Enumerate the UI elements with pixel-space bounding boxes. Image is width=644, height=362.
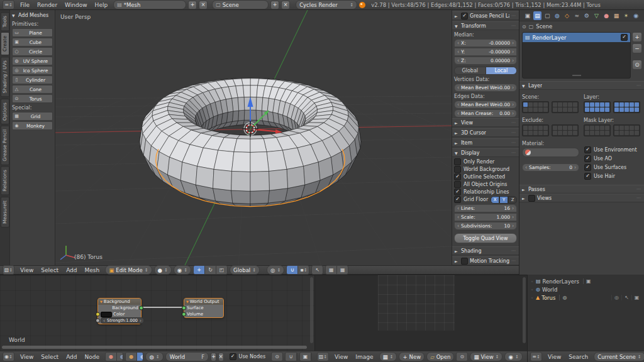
pin-id-button[interactable]: ⊙ — [632, 60, 642, 70]
samples-field[interactable]: ‹Samples:0› — [522, 163, 579, 172]
texture-tab-icon[interactable]: ▦ — [612, 11, 621, 20]
median-y-field[interactable]: ‹Y:-0.00000› — [454, 48, 517, 56]
disclosure-icon[interactable]: ◦ — [530, 279, 534, 284]
grid-axis-y-toggle[interactable]: Y — [499, 196, 508, 204]
shader-tree-toggle[interactable]: ● — [126, 353, 137, 361]
view-panel[interactable]: ►View⋯ — [452, 118, 519, 127]
snap-element-selector[interactable]: ▪↕ — [298, 266, 309, 274]
transform-orientation-selector[interactable]: Global ↕ — [230, 265, 260, 275]
transform-panel-header[interactable]: ▼ Transform ⋯ — [452, 21, 519, 30]
background-node[interactable]: ▼ Background Background Color ‹Strength:… — [97, 298, 142, 324]
menu-select[interactable]: Select — [37, 354, 62, 360]
object-tab-icon[interactable]: ◇ — [563, 11, 572, 20]
use-surfaces-checkbox[interactable]: ✓ — [584, 164, 591, 171]
add-meshes-panel-header[interactable]: ▼ Add Meshes — [12, 11, 53, 19]
node-header[interactable]: ▼ Background — [98, 299, 141, 305]
add-torus-button[interactable]: ⊙Torus — [12, 94, 53, 103]
group-node-button[interactable]: ▦ — [311, 353, 312, 361]
vertex-bevel-weight-field[interactable]: ‹Mean Bevel Weight:0.00› — [454, 84, 517, 92]
volume-input-socket[interactable] — [182, 312, 186, 317]
toolshelf-tab-grease-pencil[interactable]: Grease Pencil — [1, 126, 9, 165]
add-cone-button[interactable]: △Cone — [12, 85, 53, 94]
menu-render[interactable]: Render — [33, 2, 61, 8]
grid-scale-field[interactable]: ‹Scale:1.000› — [454, 213, 517, 221]
color-input-socket[interactable] — [96, 312, 100, 317]
visibility-toggle[interactable]: ◎ — [611, 295, 621, 300]
use-ao-checkbox[interactable]: ✓ — [584, 155, 591, 162]
world-tree-toggle[interactable]: ◍ — [137, 353, 143, 361]
pin-image-button[interactable]: ⊙ — [456, 352, 468, 361]
selectability-toggle[interactable]: ↖ — [621, 295, 631, 300]
image-editor-type-button[interactable]: ▨↕ — [317, 352, 329, 361]
slider-left-arrow[interactable]: ‹ — [457, 111, 460, 116]
use-hair-checkbox[interactable]: ✓ — [584, 173, 591, 180]
remove-render-layer-button[interactable]: − — [632, 43, 642, 53]
layer-grid-scene-1[interactable] — [552, 101, 579, 113]
screen-layout-selector[interactable]: ▤ *Mesh — [113, 0, 186, 9]
object-data-tab-icon[interactable]: ▽ — [592, 11, 601, 20]
menu-file[interactable]: File — [16, 2, 33, 8]
node-snap-toggle[interactable]: ∪ — [286, 353, 297, 361]
add-world-button[interactable]: + — [211, 353, 216, 361]
add-monkey-button[interactable]: ◉Monkey — [12, 121, 53, 130]
image-datablock-button[interactable]: ▦ ↕ — [379, 352, 397, 361]
views-panel-header[interactable]: ► Views ⋯ — [519, 194, 644, 202]
menu-node[interactable]: Node — [81, 354, 104, 360]
grease-pencil-layers-panel[interactable]: ► ✓ Grease Pencil Layers ⋯ — [452, 11, 519, 20]
world-name-field[interactable]: World F — [165, 352, 209, 361]
particles-tab-icon[interactable]: ✶ — [622, 11, 631, 20]
add-grid-button[interactable]: ▦Grid — [12, 112, 53, 121]
world-background-checkbox[interactable] — [454, 166, 461, 173]
proportional-edit-selector[interactable]: ◎ ↕ — [267, 265, 284, 275]
menu-image[interactable]: Image — [352, 354, 377, 360]
render-layers-tab-icon[interactable]: ▤ — [533, 11, 542, 20]
outliner-item-torus[interactable]: ◦▲Torus◍◎↖▣ — [529, 293, 643, 302]
opengl-render-image-button[interactable]: ▦ — [326, 266, 337, 274]
pivot-selector[interactable]: ◉ ↕ — [504, 352, 522, 361]
grid-floor-checkbox[interactable]: ✓ — [454, 196, 461, 203]
layer-grid-exclude-1[interactable] — [552, 124, 579, 136]
add-render-layer-button[interactable]: + — [632, 32, 642, 42]
slider-right-arrow[interactable]: › — [511, 206, 514, 211]
grid-subdivisions-field[interactable]: ‹Subdivisions:10› — [454, 222, 517, 230]
menu-view[interactable]: View — [16, 267, 37, 273]
material-override-selector[interactable] — [522, 148, 579, 157]
all-object-origins-checkbox[interactable] — [454, 181, 461, 188]
slider-left-arrow[interactable]: ‹ — [525, 165, 528, 170]
grease-pencil-checkbox[interactable]: ✓ — [461, 13, 468, 19]
mean-crease-field[interactable]: ‹Mean Crease:0.00› — [454, 109, 517, 118]
disclosure-icon[interactable]: ◦ — [530, 287, 534, 292]
slider-left-arrow[interactable]: ‹ — [457, 49, 460, 55]
layer-grid-mask-layer-1[interactable] — [613, 124, 640, 136]
3d-cursor-panel[interactable]: ►3D Cursor⋯ — [452, 128, 519, 137]
menu-help[interactable]: Help — [91, 2, 112, 8]
slider-right-arrow[interactable]: › — [511, 49, 514, 55]
pin-icon[interactable]: ⊙ — [522, 24, 526, 30]
edge-bevel-weight-field[interactable]: ‹Mean Bevel Weight:0.00› — [454, 101, 517, 109]
copy-node-button[interactable]: ▣ — [300, 353, 311, 361]
slider-right-arrow[interactable]: › — [511, 214, 514, 220]
delete-layout-button[interactable]: × — [199, 1, 208, 9]
menu-search[interactable]: Search — [565, 354, 592, 360]
motion-tracking-checkbox[interactable] — [461, 258, 468, 265]
shading-panel[interactable]: ►Shading⋯ — [452, 246, 519, 255]
layer-grid-scene-0[interactable] — [522, 101, 549, 113]
new-image-button[interactable]: + New — [399, 352, 425, 361]
node-snap-element-button[interactable]: ▪↕ — [297, 353, 297, 361]
strength-field[interactable]: ‹Strength:1.000› — [101, 317, 144, 324]
toolshelf-tab-measureit[interactable]: MeasureIt — [1, 197, 9, 228]
physics-tab-icon[interactable]: ◉ — [631, 11, 640, 20]
relationship-lines-checkbox[interactable]: ✓ — [454, 189, 461, 195]
toolshelf-tab-options[interactable]: Options — [1, 99, 9, 124]
menu-add[interactable]: Add — [62, 354, 80, 360]
slider-left-arrow[interactable]: ‹ — [457, 102, 460, 107]
outline-selected-checkbox[interactable]: ✓ — [454, 173, 461, 180]
slider-left-arrow[interactable]: ‹ — [457, 214, 460, 220]
use-nodes-checkbox[interactable]: ✓ — [230, 353, 236, 360]
slider-right-arrow[interactable]: › — [511, 223, 514, 229]
menu-view[interactable]: View — [16, 354, 37, 360]
disclosure-icon[interactable]: ◦ — [530, 295, 534, 300]
slider-right-arrow[interactable]: › — [511, 111, 514, 116]
image-canvas[interactable] — [314, 275, 527, 351]
rotate-manipulator-toggle[interactable]: ↻ — [205, 266, 216, 274]
